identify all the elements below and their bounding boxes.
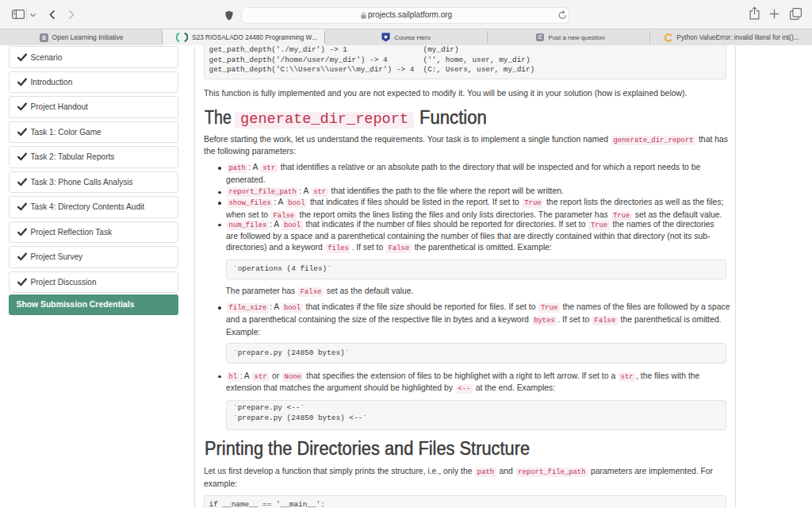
svg-text:S: S [42,34,46,41]
svg-text:C: C [538,34,542,40]
